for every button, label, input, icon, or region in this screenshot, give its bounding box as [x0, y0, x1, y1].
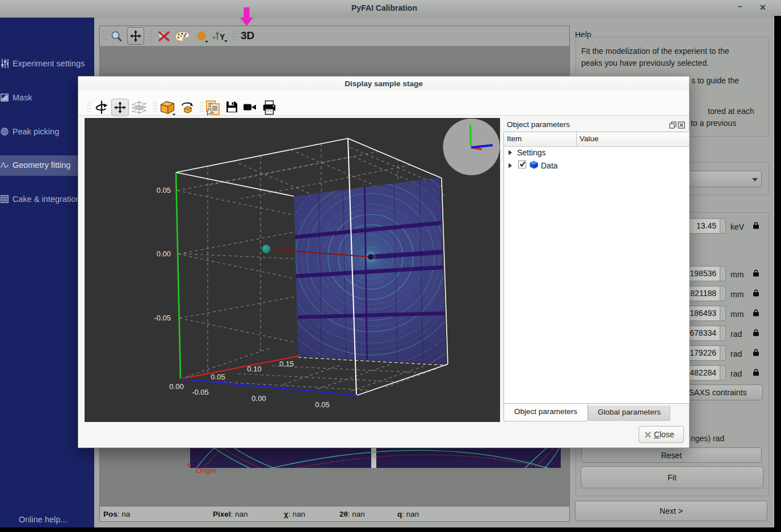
svg-text:0.00: 0.00	[157, 250, 171, 258]
svg-text:0.05: 0.05	[315, 400, 329, 409]
svg-text:-0.05: -0.05	[192, 388, 209, 396]
svg-text:-0.05: -0.05	[154, 314, 171, 322]
svg-text:0.05: 0.05	[211, 373, 225, 381]
svg-text:0.05: 0.05	[157, 186, 171, 195]
svg-text:o: o	[213, 35, 216, 40]
svg-text:0.15: 0.15	[279, 360, 293, 368]
svg-text:0.10: 0.10	[247, 365, 261, 373]
svg-text:0.00: 0.00	[251, 394, 266, 403]
svg-text:0.00: 0.00	[169, 382, 183, 391]
svg-text:Y: Y	[220, 32, 225, 41]
